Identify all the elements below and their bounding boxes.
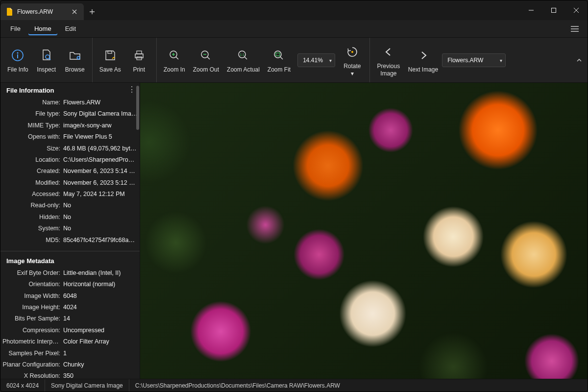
svg-rect-6 [108, 51, 112, 53]
rotate-button[interactable]: Rotate▾ [338, 41, 367, 79]
property-value: Sony Digital Camera Image (.arw) [63, 109, 138, 119]
ribbon-group-nav: PreviousImage Next Image Flowers.ARW ▾ [370, 38, 509, 82]
browse-button[interactable]: Browse [61, 45, 89, 75]
tab-active[interactable]: Flowers.ARW [0, 3, 84, 20]
property-row: Samples Per Pixel:1 [2, 348, 138, 359]
property-value: Chunky [63, 360, 138, 369]
property-row: Location:C:\Users\SharpenedProduction… [2, 154, 138, 166]
zoom-in-icon [168, 48, 181, 63]
property-row: Accessed:May 7, 2024 12:12 PM [2, 189, 138, 200]
print-icon [133, 48, 146, 63]
property-row: Image Width:6048 [2, 291, 138, 302]
svg-rect-8 [137, 51, 142, 54]
folder-icon [69, 48, 81, 63]
property-label: File type: [2, 109, 63, 119]
ribbon-group-file: File Info Inspect Browse [0, 38, 93, 82]
property-value: Flowers.ARW [63, 98, 138, 107]
property-value: C:\Users\SharpenedProduction… [63, 155, 138, 165]
chevron-right-icon [418, 48, 428, 63]
property-value: Horizontal (normal) [63, 280, 138, 289]
hamburger-button[interactable] [566, 23, 584, 35]
menu-edit[interactable]: Edit [59, 22, 82, 35]
zoom-fit-button[interactable]: Zoom Fit [264, 45, 294, 75]
inspect-button[interactable]: Inspect [32, 45, 61, 75]
zoom-level-dropdown[interactable]: 14.41% ▾ [297, 53, 335, 67]
property-row: MIME Type:image/x-sony-arw [2, 120, 138, 131]
print-button[interactable]: Print [125, 45, 153, 75]
info-icon [11, 48, 24, 63]
svg-rect-3 [17, 54, 18, 58]
inspect-icon [40, 48, 53, 63]
panel-menu-button[interactable]: ⋮ [128, 85, 136, 94]
property-value: No [63, 201, 138, 210]
window-controls [520, 0, 588, 20]
property-row: Opens with:File Viewer Plus 5 [2, 131, 138, 143]
property-row: Read-only:No [2, 200, 138, 211]
property-value: 350 [63, 371, 138, 379]
zoom-out-button[interactable]: Zoom Out [189, 45, 223, 75]
menu-bar: File Home Edit [0, 20, 588, 38]
next-image-button[interactable]: Next Image [404, 45, 442, 75]
property-value: Color Filter Array [63, 337, 138, 346]
property-row: MD5:85c467fc42754f79fc68a74026a6c… [2, 235, 138, 246]
image-metadata-heading: Image Metadata [0, 253, 140, 268]
zoom-in-button[interactable]: Zoom In [160, 45, 189, 75]
file-information-heading: File Information [0, 83, 140, 97]
property-label: Compression: [2, 326, 63, 335]
chevron-left-icon [384, 44, 393, 60]
tab-title: Flowers.ARW [17, 8, 66, 15]
sidebar-scrollbar[interactable] [136, 83, 140, 379]
property-row: Exif Byte Order:Little-endian (Intel, II… [2, 268, 138, 279]
svg-text:1:1: 1:1 [240, 53, 245, 56]
property-value: November 6, 2023 5:14 PM [63, 167, 138, 176]
previous-image-button[interactable]: PreviousImage [373, 41, 404, 79]
chevron-down-icon: ▾ [329, 57, 332, 63]
property-label: Samples Per Pixel: [2, 349, 63, 358]
property-row: Hidden:No [2, 212, 138, 223]
property-value: May 7, 2024 12:12 PM [63, 190, 138, 199]
property-label: Photometric Interpreta… [2, 337, 63, 346]
status-path: C:\Users\SharpenedProductions\Documents\… [129, 379, 346, 392]
svg-point-2 [17, 52, 19, 54]
image-viewer[interactable] [140, 83, 588, 379]
property-row: Size:46.8 MB (49,075,962 bytes) [2, 143, 138, 154]
status-bar: 6024 x 4024 Sony Digital Camera Image C:… [0, 379, 588, 392]
svg-point-4 [46, 55, 49, 59]
ribbon-group-save: Save As Print [93, 38, 157, 82]
zoom-actual-icon: 1:1 [237, 48, 249, 63]
property-label: Modified: [2, 178, 63, 188]
ribbon-collapse-button[interactable] [576, 57, 583, 64]
ribbon-group-zoom: Zoom In Zoom Out 1:1 Zoom Actual Zoom Fi… [157, 38, 370, 82]
property-value: No [63, 224, 138, 233]
property-label: Bits Per Sample: [2, 314, 63, 323]
save-icon [104, 48, 117, 63]
property-row: Created:November 6, 2023 5:14 PM [2, 166, 138, 177]
rotate-icon [346, 44, 359, 60]
image-metadata-list: Exif Byte Order:Little-endian (Intel, II… [0, 268, 140, 379]
panel-divider [0, 251, 140, 251]
zoom-actual-button[interactable]: 1:1 Zoom Actual [223, 45, 264, 75]
image-canvas [140, 83, 588, 379]
property-row: File type:Sony Digital Camera Image (.ar… [2, 108, 138, 120]
property-label: Accessed: [2, 190, 63, 199]
file-info-button[interactable]: File Info [3, 45, 32, 75]
property-label: MD5: [2, 236, 63, 245]
tab-close-button[interactable] [70, 7, 79, 16]
app-window: Flowers.ARW File Home Edit File Info [0, 0, 588, 392]
property-value: November 6, 2023 5:12 PM [63, 178, 138, 188]
property-row: Photometric Interpreta…Color Filter Arra… [2, 336, 138, 347]
property-value: Uncompressed [63, 326, 138, 335]
maximize-button[interactable] [542, 0, 565, 20]
menu-home[interactable]: Home [28, 22, 57, 35]
property-label: Planar Configuration: [2, 360, 63, 369]
image-file-dropdown[interactable]: Flowers.ARW ▾ [442, 53, 506, 67]
property-label: Opens with: [2, 132, 63, 142]
menu-file[interactable]: File [4, 22, 26, 35]
save-as-button[interactable]: Save As [96, 45, 125, 75]
minimize-button[interactable] [520, 0, 542, 20]
new-tab-button[interactable] [84, 3, 100, 20]
scrollbar-thumb[interactable] [136, 86, 139, 130]
svg-rect-7 [135, 54, 143, 58]
property-value: 85c467fc42754f79fc68a74026a6c… [63, 236, 138, 245]
close-button[interactable] [565, 0, 588, 20]
